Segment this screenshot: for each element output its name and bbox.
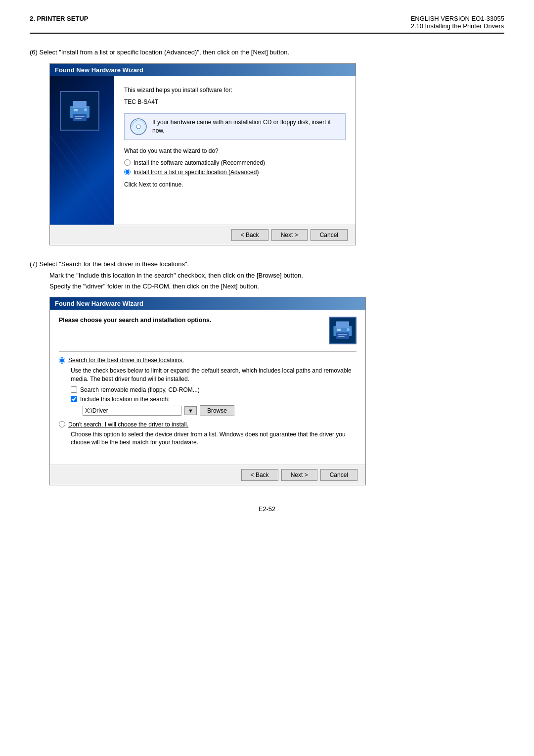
wizard1-radio2[interactable]: Install from a list or specific location… (124, 169, 346, 176)
section-info: 2.10 Installing the Printer Drivers (411, 22, 504, 30)
browse-button[interactable]: Browse (200, 405, 234, 416)
wizard2-cancel-button[interactable]: Cancel (320, 469, 357, 481)
location-input[interactable] (83, 406, 181, 416)
step7-intro: (7) Select "Search for the best driver i… (30, 259, 504, 291)
check-desc-text: Use the check boxes below to limit or ex… (71, 367, 356, 383)
wizard2-titlebar: Found New Hardware Wizard (50, 297, 365, 310)
svg-rect-5 (75, 116, 85, 117)
printer-svg-icon (65, 96, 94, 126)
cd-icon (130, 118, 147, 136)
checkbox2-item[interactable]: Include this location in the search: (71, 396, 356, 403)
wizard2-radio2[interactable]: Don't search. I will choose the driver t… (59, 421, 356, 428)
page-header-right: ENGLISH VERSION EO1-33055 2.10 Installin… (411, 15, 504, 30)
wizard1-box: Found New Hardware Wizard (49, 63, 356, 245)
wizard1-what-text: What do you want the wizard to do? (124, 147, 346, 155)
wizard1-content: This wizard helps you install software f… (114, 76, 356, 225)
svg-rect-16 (336, 332, 349, 339)
checkbox1-item[interactable]: Search removable media (floppy, CD-ROM..… (71, 386, 356, 393)
wizard2-header-row: Please choose your search and installati… (59, 317, 356, 344)
wizard2-body: Please choose your search and installati… (50, 310, 365, 465)
wizard1-back-button[interactable]: < Back (231, 229, 268, 241)
wizard1-sidebar (50, 76, 114, 225)
wizard2-back-button[interactable]: < Back (241, 469, 278, 481)
wizard-printer-icon (60, 91, 99, 131)
chapter-title: 2. PRINTER SETUP (30, 15, 88, 22)
step6-intro: (6) Select "Install from a list or speci… (30, 47, 504, 57)
svg-rect-20 (338, 336, 345, 337)
cd-notice-text: If your hardware came with an installati… (152, 118, 340, 135)
wizard1-radio1-label: Install the software automatically (Reco… (134, 159, 265, 166)
version-info: ENGLISH VERSION EO1-33055 (411, 15, 504, 22)
wizard2-printer-svg (330, 317, 356, 344)
sidebar-decoration (50, 136, 114, 225)
dropdown-arrow-icon[interactable]: ▼ (184, 406, 197, 415)
wizard2-footer: < Back Next > Cancel (50, 465, 365, 485)
page-header: 2. PRINTER SETUP ENGLISH VERSION EO1-330… (30, 15, 504, 34)
step7-intro1: (7) Select "Search for the best driver i… (30, 259, 504, 269)
step7-intro2: Mark the "Include this location in the s… (49, 271, 504, 281)
wizard2-radio1[interactable]: Search for the best driver in these loca… (59, 357, 356, 364)
wizard1-footer: < Back Next > Cancel (50, 225, 356, 245)
wizard1-radio1[interactable]: Install the software automatically (Reco… (124, 159, 346, 166)
svg-rect-3 (74, 109, 78, 111)
wizard1-text1: This wizard helps you install software f… (124, 86, 346, 94)
svg-rect-17 (337, 329, 341, 331)
checkbox2-label: Include this location in the search: (80, 396, 170, 403)
wizard-sidebar-background (50, 76, 114, 225)
separator1 (59, 351, 356, 352)
wizard2-box: Found New Hardware Wizard Please choose … (49, 297, 366, 485)
svg-point-13 (136, 125, 140, 129)
page-number: E2-52 (259, 505, 276, 513)
svg-rect-2 (73, 114, 87, 121)
cd-svg-icon (130, 118, 147, 136)
wizard2-radio2-label: Don't search. I will choose the driver t… (68, 421, 188, 428)
dont-search-desc: Choose this option to select the device … (71, 430, 356, 447)
wizard1-radio-group: Install the software automatically (Reco… (124, 159, 346, 176)
location-row: ▼ Browse (83, 405, 356, 416)
page-footer: E2-52 (30, 505, 504, 513)
svg-rect-15 (336, 321, 349, 328)
dont-search-desc-block: Choose this option to select the device … (71, 430, 356, 447)
wizard1-device-name: TEC B-SA4T (124, 98, 346, 106)
svg-point-4 (84, 108, 87, 111)
step7-intro3: Specify the "\driver" folder in the CD-R… (49, 282, 504, 291)
svg-line-7 (50, 136, 114, 225)
wizard2-title: Please choose your search and installati… (59, 317, 211, 324)
wizard2-icon (329, 317, 356, 344)
wizard1-titlebar: Found New Hardware Wizard (50, 64, 356, 76)
svg-rect-1 (73, 101, 87, 108)
svg-line-8 (60, 136, 114, 210)
wizard2-radio1-label: Search for the best driver in these loca… (68, 357, 184, 364)
checkbox1-label: Search removable media (floppy, CD-ROM..… (80, 386, 200, 393)
svg-line-9 (50, 150, 104, 225)
wizard1-next-button[interactable]: Next > (271, 229, 308, 241)
svg-point-18 (347, 328, 350, 331)
svg-rect-6 (75, 118, 82, 119)
wizard1-cancel-button[interactable]: Cancel (311, 229, 348, 241)
wizard1-click-next: Click Next to continue. (124, 181, 346, 189)
check-desc-block: Use the check boxes below to limit or ex… (71, 367, 356, 416)
wizard2-next-button[interactable]: Next > (281, 469, 317, 481)
svg-rect-19 (338, 334, 348, 335)
wizard2-radio2-section: Don't search. I will choose the driver t… (59, 421, 356, 447)
wizard2-radio1-section: Search for the best driver in these loca… (59, 357, 356, 416)
wizard1-radio2-label: Install from a list or specific location… (134, 169, 259, 176)
cd-notice: If your hardware came with an installati… (124, 113, 346, 140)
